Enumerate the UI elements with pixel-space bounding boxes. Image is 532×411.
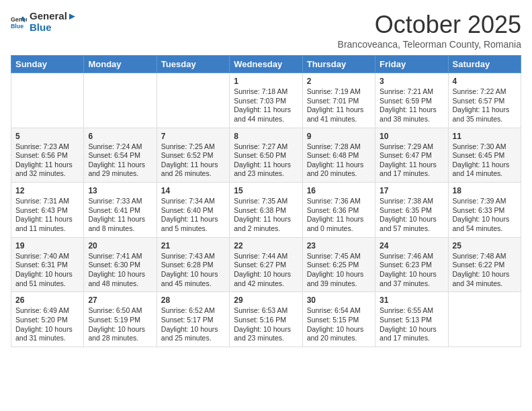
day-info: Daylight: 11 hours and 29 minutes. [88,161,152,179]
day-info: Sunset: 6:22 PM [453,261,517,270]
day-info: Sunset: 6:35 PM [380,206,443,216]
day-info: Sunrise: 7:41 AM [88,252,152,261]
day-number: 16 [307,186,371,195]
day-info: Sunrise: 7:27 AM [234,142,298,152]
day-number: 2 [307,77,371,86]
day-number: 30 [307,295,371,305]
calendar-cell: 6Sunrise: 7:24 AMSunset: 6:54 PMDaylight… [84,128,157,183]
day-info: Sunrise: 7:23 AM [15,142,79,152]
day-number: 21 [161,241,225,250]
day-info: Sunset: 6:28 PM [161,261,225,270]
day-info: Daylight: 10 hours and 34 minutes. [453,270,517,288]
day-info: Sunrise: 7:34 AM [161,197,225,206]
day-info: Sunrise: 7:29 AM [380,142,443,152]
day-info: Sunrise: 7:19 AM [307,87,371,97]
day-info: Sunset: 6:33 PM [453,206,517,216]
calendar-cell: 13Sunrise: 7:33 AMSunset: 6:41 PMDayligh… [84,183,157,238]
day-info: Sunrise: 7:46 AM [380,252,443,261]
calendar-week-row: 26Sunrise: 6:49 AMSunset: 5:20 PMDayligh… [11,292,521,347]
calendar-cell: 5Sunrise: 7:23 AMSunset: 6:56 PMDaylight… [11,128,84,183]
calendar-table: SundayMondayTuesdayWednesdayThursdayFrid… [11,55,521,347]
calendar-cell: 28Sunrise: 6:52 AMSunset: 5:17 PMDayligh… [157,292,229,347]
day-info: Daylight: 10 hours and 54 minutes. [453,215,517,233]
day-info: Daylight: 10 hours and 57 minutes. [380,215,443,233]
calendar-week-row: 1Sunrise: 7:18 AMSunset: 7:03 PMDaylight… [11,73,521,128]
calendar-cell: 30Sunrise: 6:54 AMSunset: 5:15 PMDayligh… [302,292,375,347]
logo-general-text: General► [30,11,77,22]
column-header-thursday: Thursday [302,56,375,73]
calendar-cell: 17Sunrise: 7:38 AMSunset: 6:35 PMDayligh… [375,183,448,238]
day-info: Sunrise: 6:53 AM [234,306,298,316]
day-info: Daylight: 11 hours and 44 minutes. [234,105,298,124]
day-info: Daylight: 11 hours and 23 minutes. [234,161,298,179]
day-number: 10 [380,132,443,141]
calendar-cell [157,73,229,128]
day-info: Sunrise: 6:54 AM [307,306,371,316]
day-info: Daylight: 11 hours and 17 minutes. [380,161,443,179]
day-number: 1 [234,77,298,86]
column-header-saturday: Saturday [448,56,521,73]
calendar-cell: 2Sunrise: 7:19 AMSunset: 7:01 PMDaylight… [302,73,375,128]
day-info: Sunrise: 7:35 AM [234,197,298,206]
calendar-cell: 29Sunrise: 6:53 AMSunset: 5:16 PMDayligh… [230,292,302,347]
day-info: Sunrise: 7:39 AM [453,197,517,206]
day-info: Sunset: 5:20 PM [15,316,79,325]
column-header-wednesday: Wednesday [230,56,302,73]
day-info: Sunset: 6:48 PM [307,151,371,161]
column-header-friday: Friday [375,56,448,73]
day-info: Sunrise: 7:38 AM [380,197,443,206]
day-info: Sunrise: 7:24 AM [88,142,152,152]
day-number: 28 [161,295,225,305]
day-info: Sunrise: 7:48 AM [453,252,517,261]
day-info: Sunrise: 7:18 AM [234,87,298,97]
calendar-cell: 18Sunrise: 7:39 AMSunset: 6:33 PMDayligh… [448,183,521,238]
day-info: Sunset: 7:03 PM [234,97,298,106]
day-info: Daylight: 11 hours and 2 minutes. [234,215,298,233]
calendar-cell: 22Sunrise: 7:44 AMSunset: 6:27 PMDayligh… [230,237,302,292]
day-info: Sunset: 6:57 PM [453,97,517,106]
calendar-cell: 9Sunrise: 7:28 AMSunset: 6:48 PMDaylight… [302,128,375,183]
day-number: 11 [453,132,517,141]
logo: General Blue General► Blue [11,11,77,33]
day-info: Daylight: 10 hours and 17 minutes. [380,325,443,343]
day-info: Sunset: 6:45 PM [453,151,517,161]
day-info: Sunset: 6:40 PM [161,206,225,216]
day-info: Sunrise: 7:22 AM [453,87,517,97]
calendar-cell [84,73,157,128]
calendar-cell: 1Sunrise: 7:18 AMSunset: 7:03 PMDaylight… [230,73,302,128]
day-info: Sunrise: 7:25 AM [161,142,225,152]
day-info: Daylight: 10 hours and 31 minutes. [15,325,79,343]
day-info: Sunset: 6:56 PM [15,151,79,161]
day-info: Sunset: 6:38 PM [234,206,298,216]
calendar-cell [11,73,84,128]
day-info: Sunrise: 6:52 AM [161,306,225,316]
day-info: Sunset: 6:50 PM [234,151,298,161]
location-subtitle: Brancoveanca, Teleorman County, Romania [338,39,521,50]
day-info: Sunset: 5:19 PM [88,316,152,325]
svg-text:Blue: Blue [11,22,24,29]
day-info: Daylight: 11 hours and 0 minutes. [307,215,371,233]
day-number: 5 [15,132,79,141]
day-info: Daylight: 10 hours and 28 minutes. [88,325,152,343]
day-info: Sunrise: 6:50 AM [88,306,152,316]
day-info: Daylight: 11 hours and 35 minutes. [453,105,517,124]
day-info: Sunset: 6:41 PM [88,206,152,216]
column-header-tuesday: Tuesday [157,56,229,73]
day-number: 18 [453,186,517,195]
day-info: Sunrise: 7:30 AM [453,142,517,152]
calendar-cell: 16Sunrise: 7:36 AMSunset: 6:36 PMDayligh… [302,183,375,238]
calendar-cell: 31Sunrise: 6:55 AMSunset: 5:13 PMDayligh… [375,292,448,347]
day-info: Sunset: 6:43 PM [15,206,79,216]
day-info: Sunset: 6:59 PM [380,97,443,106]
column-header-monday: Monday [84,56,157,73]
calendar-week-row: 12Sunrise: 7:31 AMSunset: 6:43 PMDayligh… [11,183,521,238]
day-info: Sunset: 6:36 PM [307,206,371,216]
title-block: October 2025 Brancoveanca, Teleorman Cou… [338,11,521,50]
day-info: Daylight: 10 hours and 48 minutes. [88,270,152,288]
calendar-cell: 14Sunrise: 7:34 AMSunset: 6:40 PMDayligh… [157,183,229,238]
day-info: Sunset: 6:52 PM [161,151,225,161]
day-info: Daylight: 11 hours and 38 minutes. [380,105,443,124]
day-number: 12 [15,186,79,195]
day-info: Daylight: 10 hours and 20 minutes. [307,325,371,343]
calendar-cell: 4Sunrise: 7:22 AMSunset: 6:57 PMDaylight… [448,73,521,128]
